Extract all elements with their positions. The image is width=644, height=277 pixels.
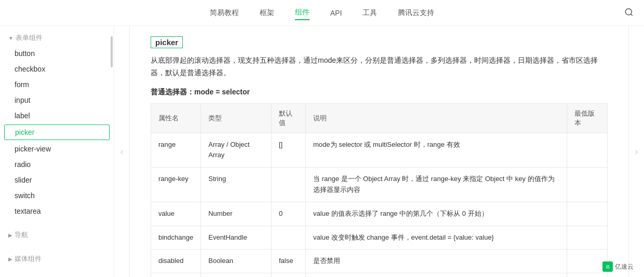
map-section-title[interactable]: 地图 [0,275,114,277]
cell-default: [] [272,133,306,168]
cell-attr: bindcancel [151,273,201,277]
cell-desc: 取消选择或点遮罩层收起 picker 时触发 [306,273,567,277]
cell-attr: range [151,133,201,168]
cell-type: String [201,168,272,202]
table-row: bindcancelEventHandle取消选择或点遮罩层收起 picker … [151,273,608,277]
search-button[interactable] [624,7,634,18]
sidebar-item-radio[interactable]: radio [0,157,114,172]
left-arrow[interactable]: ‹ [114,26,130,277]
sidebar-item-button[interactable]: button [0,46,114,61]
col-header-version: 最低版本 [567,103,607,133]
svg-text:亿: 亿 [606,265,610,269]
nav-item-tencent[interactable]: 腾讯云支持 [398,6,434,20]
cell-version: 1.9.90 [567,273,607,277]
cell-desc: value 的值表示选择了 range 中的第几个（下标从 0 开始） [306,202,567,226]
cell-type: Array / Object Array [201,133,272,168]
sidebar-item-form[interactable]: form [0,77,114,92]
sidebar-item-switch[interactable]: switch [0,188,114,203]
col-header-type: 类型 [201,103,272,133]
cell-default [272,168,306,202]
nav-item-framework[interactable]: 框架 [260,6,274,20]
app-wrapper: 简易教程 框架 组件 API 工具 腾讯云支持 表单组件 button chec… [0,0,644,277]
sidebar: 表单组件 button checkbox form input label pi… [0,26,114,277]
sidebar-item-input[interactable]: input [0,92,114,108]
cell-desc: value 改变时触发 change 事件，event.detail = {va… [306,226,567,250]
scroll-indicator [111,36,113,67]
sidebar-item-label[interactable]: label [0,108,114,123]
page-description: 从底部弹起的滚动选择器，现支持五种选择器，通过mode来区分，分别是普通选择器，… [151,54,608,79]
svg-point-0 [625,8,632,15]
cell-version [567,250,607,273]
nav-item-tools[interactable]: 工具 [363,6,377,20]
media-section: 媒体组件 [0,247,114,271]
cell-type: Number [201,202,272,226]
cell-version [567,168,607,202]
section-title: 普通选择器：mode = selector [151,88,608,97]
col-header-default: 默认值 [272,103,306,133]
cell-type: EventHandle [201,273,272,277]
table-row: valueNumber0value 的值表示选择了 range 中的第几个（下标… [151,202,608,226]
cell-type: EventHandle [201,226,272,250]
form-section: 表单组件 button checkbox form input label pi… [0,26,114,223]
table-row: range-keyString当 range 是一个 Object Array … [151,168,608,202]
page-title: picker [151,36,183,48]
table-row: bindchangeEventHandlevalue 改变时触发 change … [151,226,608,250]
map-section: 地图 [0,271,114,277]
cell-type: Boolean [201,250,272,273]
cell-desc: mode为 selector 或 multiSelector 时，range 有… [306,133,567,168]
cell-version [567,202,607,226]
cell-desc: 是否禁用 [306,250,567,273]
sidebar-item-picker-view[interactable]: picker-view [0,141,114,157]
cell-version [567,133,607,168]
sidebar-item-slider[interactable]: slider [0,172,114,188]
cell-attr: disabled [151,250,201,273]
sidebar-item-textarea[interactable]: textarea [0,203,114,219]
brand-icon: 亿 [602,261,613,272]
sidebar-item-picker[interactable]: picker [4,124,110,140]
cell-attr: range-key [151,168,201,202]
main-content: picker 从底部弹起的滚动选择器，现支持五种选择器，通过mode来区分，分别… [130,26,628,277]
top-nav: 简易教程 框架 组件 API 工具 腾讯云支持 [0,0,644,26]
cell-default [272,226,306,250]
nav-item-api[interactable]: API [330,7,342,19]
cell-default: false [272,250,306,273]
media-section-title[interactable]: 媒体组件 [0,251,114,267]
nav-item-tutorial[interactable]: 简易教程 [210,6,239,20]
cell-attr: bindchange [151,226,201,250]
sidebar-item-checkbox[interactable]: checkbox [0,61,114,77]
cell-default [272,273,306,277]
svg-line-1 [630,13,632,15]
table-row: rangeArray / Object Array[]mode为 selecto… [151,133,608,168]
cell-version [567,226,607,250]
properties-table: 属性名 类型 默认值 说明 最低版本 rangeArray / Object A… [151,103,608,277]
nav-items: 简易教程 框架 组件 API 工具 腾讯云支持 [210,6,435,20]
table-row: disabledBooleanfalse是否禁用 [151,250,608,273]
col-header-desc: 说明 [306,103,567,133]
cell-attr: value [151,202,201,226]
brand-logo: 亿 亿速云 [602,261,634,272]
cell-desc: 当 range 是一个 Object Array 时，通过 range-key … [306,168,567,202]
right-arrow[interactable]: › [628,26,644,277]
col-header-attr: 属性名 [151,103,201,133]
nav-section-title[interactable]: 导航 [0,227,114,243]
nav-section: 导航 [0,223,114,247]
brand-name: 亿速云 [615,262,634,271]
form-section-title[interactable]: 表单组件 [0,30,114,46]
cell-default: 0 [272,202,306,226]
nav-item-components[interactable]: 组件 [295,6,310,20]
main-layout: 表单组件 button checkbox form input label pi… [0,26,644,277]
